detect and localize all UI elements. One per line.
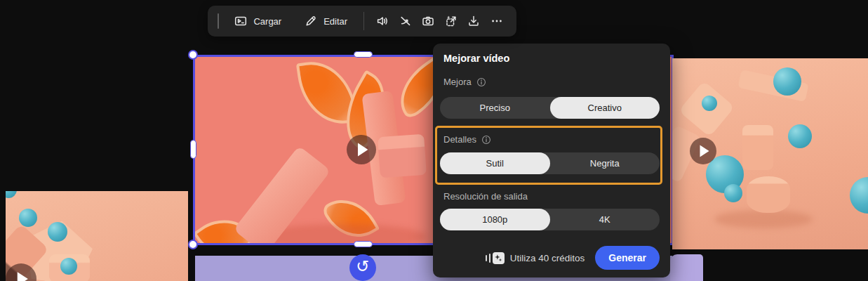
play-icon [347,135,376,164]
generative-credits-icon [486,252,505,264]
cosmetic-jar [378,134,427,178]
panel-title: Mejorar vídeo [443,53,509,64]
camera-button[interactable] [417,10,440,32]
undo-button[interactable]: ↺ [349,254,376,281]
motion-tracking-off-button[interactable] [394,10,417,32]
pencil-icon [304,14,318,28]
floating-toolbar: Cargar Editar [208,6,516,37]
upload-button[interactable]: Cargar [227,10,288,32]
option-4k[interactable]: 4K [550,209,660,230]
peach-cylinder [747,176,790,213]
enhance-video-panel: Mejorar vídeo Mejora Preciso Creativo De… [433,44,670,277]
undo-icon: ↺ [356,259,369,275]
info-icon[interactable] [481,135,491,145]
section-label-resolucion: Resolución de salida [443,191,528,202]
option-creativo[interactable]: Creativo [550,97,660,119]
teal-sphere [724,184,742,202]
selection-handle-left-middle[interactable] [190,140,196,159]
editor-canvas: ↺ Cargar Editar [0,0,868,281]
toolbar-divider [363,12,364,30]
resolucion-toggle: 1080p 4K [440,209,660,230]
teal-sphere [773,67,801,96]
play-icon [6,263,36,281]
upload-video-icon [234,14,248,28]
detalles-toggle: Sutil Negrita [440,152,660,174]
section-label-detalles: Detalles [443,134,491,145]
resize-reframe-icon [444,14,458,28]
section-label-mejora: Mejora [443,77,486,87]
peach-jar [742,125,773,170]
section-label-text: Resolución de salida [443,191,528,202]
play-button[interactable] [6,263,36,281]
drag-handle[interactable] [218,13,219,29]
teal-sphere [788,124,812,148]
video-thumbnail-bottom-left[interactable] [6,191,188,281]
more-options-button[interactable] [485,10,508,32]
option-1080p[interactable]: 1080p [440,209,550,230]
teal-sphere [6,191,17,198]
option-preciso[interactable]: Preciso [440,97,550,119]
selection-handle-bottom-left[interactable] [188,240,198,249]
download-button[interactable] [462,10,486,32]
motion-tracking-off-icon [399,14,413,28]
info-icon[interactable] [476,77,486,87]
purple-video-corner [670,254,703,281]
selection-handle-top-center[interactable] [354,51,373,58]
camera-icon [421,14,435,28]
play-button[interactable] [347,135,376,164]
teal-sphere [850,177,868,214]
download-icon [467,14,481,28]
teal-sphere [48,222,67,242]
more-options-icon [490,14,504,28]
credits-label: Utiliza 40 créditos [510,253,585,263]
video-thumbnail-right[interactable] [672,58,868,249]
mejora-toggle: Preciso Creativo [440,97,660,119]
volume-button[interactable] [371,10,394,32]
play-button[interactable] [690,138,716,164]
volume-icon [375,14,389,28]
resize-reframe-button[interactable] [439,10,462,32]
edit-button[interactable]: Editar [298,10,354,32]
edit-button-label: Editar [323,16,347,27]
play-icon [690,138,716,164]
upload-button-label: Cargar [253,16,281,27]
option-negrita[interactable]: Negrita [550,152,660,174]
option-sutil[interactable]: Sutil [440,152,550,174]
selection-handle-top-left[interactable] [188,50,198,60]
teal-sphere [60,258,77,275]
shadow [714,210,813,228]
panel-footer: Utiliza 40 créditos Generar [486,246,660,270]
section-label-text: Mejora [443,77,472,87]
selection-handle-bottom-center[interactable] [354,241,373,247]
generate-button[interactable]: Generar [595,246,660,270]
teal-sphere [19,209,37,227]
teal-sphere [702,96,717,111]
section-label-text: Detalles [443,134,476,145]
credits-info: Utiliza 40 créditos [486,252,585,264]
